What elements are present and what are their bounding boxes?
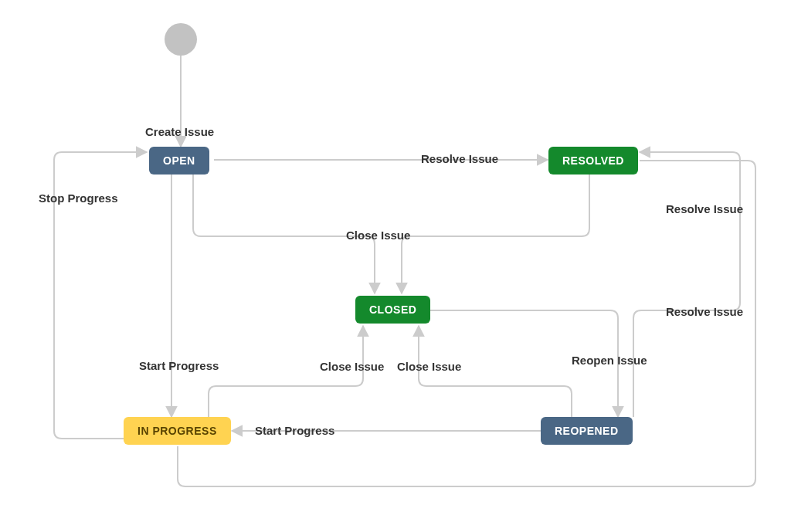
edges-layer xyxy=(0,0,791,532)
state-closed: CLOSED xyxy=(355,296,430,324)
state-label: OPEN xyxy=(163,154,195,167)
state-label: RESOLVED xyxy=(562,154,624,167)
state-resolved: RESOLVED xyxy=(548,147,638,175)
state-label: CLOSED xyxy=(369,303,416,316)
state-in-progress: IN PROGRESS xyxy=(124,417,231,445)
label-close-issue-3: Close Issue xyxy=(397,360,461,373)
label-start-progress-1: Start Progress xyxy=(139,359,219,372)
label-resolve-issue-2: Resolve Issue xyxy=(666,202,743,215)
label-resolve-issue-1: Resolve Issue xyxy=(421,152,498,165)
label-close-issue-2: Close Issue xyxy=(320,360,384,373)
state-open: OPEN xyxy=(149,147,209,175)
label-start-progress-2: Start Progress xyxy=(255,424,334,437)
label-create-issue: Create Issue xyxy=(145,125,214,138)
state-label: REOPENED xyxy=(555,425,619,437)
label-stop-progress: Stop Progress xyxy=(39,191,118,205)
label-reopen-issue: Reopen Issue xyxy=(572,354,647,367)
label-resolve-issue-3: Resolve Issue xyxy=(666,305,743,318)
start-node xyxy=(165,23,197,56)
state-reopened: REOPENED xyxy=(541,417,633,445)
label-close-issue-1: Close Issue xyxy=(346,229,410,242)
workflow-diagram: OPEN RESOLVED CLOSED IN PROGRESS REOPENE… xyxy=(0,0,791,532)
state-label: IN PROGRESS xyxy=(137,425,217,437)
